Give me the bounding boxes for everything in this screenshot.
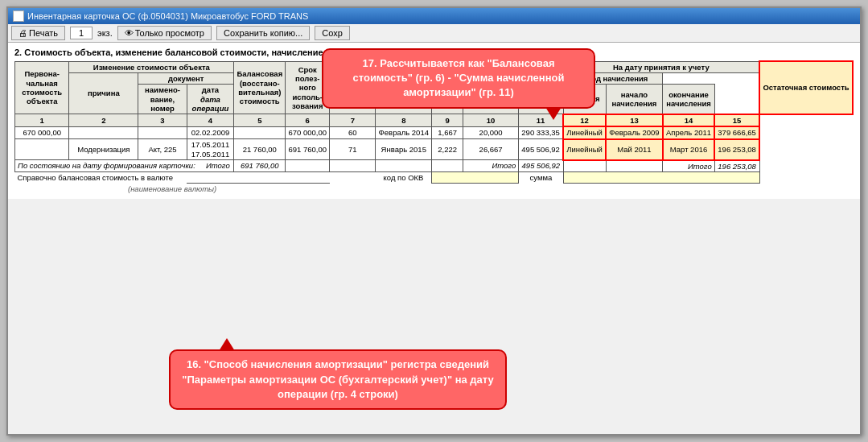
col-num-13: 13 bbox=[606, 114, 663, 126]
sum-label: сумма bbox=[519, 171, 563, 183]
cell-end-date-1: Февраль 2014 bbox=[376, 126, 432, 138]
header-initial-cost: Первона-чальнаястоимостьобъекта bbox=[15, 61, 69, 114]
ref-row: Справочно балансовая стоимость в валюте … bbox=[15, 171, 854, 183]
table-row: Модернизация Акт, 225 17.05.201117.05.20… bbox=[15, 139, 854, 160]
window-title: Инвентарная карточка ОС (ф.0504031) Микр… bbox=[27, 11, 308, 21]
header-change-group: Изменение стоимости объекта bbox=[69, 61, 234, 72]
cell-initial-cost-2 bbox=[15, 139, 69, 160]
ref-label: Справочно балансовая стоимость в валюте bbox=[15, 171, 187, 183]
cell-life-2: 71 bbox=[330, 139, 376, 160]
cell-doc-name-2: Акт, 225 bbox=[138, 139, 187, 160]
toolbar: 🖨 Печать экз. 👁 Только просмотр Сохранит… bbox=[8, 24, 860, 43]
table-row: 670 000,00 02.02.2009 670 000,00 60 Февр… bbox=[15, 126, 854, 138]
header-end: окончаниеначисления bbox=[663, 85, 714, 114]
ref-spacer bbox=[330, 171, 376, 183]
print-icon: 🖨 bbox=[19, 28, 27, 38]
titlebar: Инвентарная карточка ОС (ф.0504031) Микр… bbox=[8, 8, 860, 24]
cell-reason-2: Модернизация bbox=[69, 139, 138, 160]
col-num-7: 7 bbox=[330, 114, 376, 126]
cell-start-1: Февраль 2009 bbox=[606, 126, 663, 138]
total-sum3: 196 253,08 bbox=[714, 160, 759, 172]
save-copy-button[interactable]: Сохранить копию... bbox=[216, 26, 310, 40]
total-empty5 bbox=[563, 160, 606, 172]
sum-field[interactable] bbox=[563, 171, 759, 183]
col-num-6: 6 bbox=[286, 114, 330, 126]
okv-field[interactable] bbox=[432, 171, 519, 183]
col-num-4: 4 bbox=[187, 114, 233, 126]
cell-amort-sum-2: 495 506,92 bbox=[519, 139, 563, 160]
cell-balance-2: 691 760,00 bbox=[286, 139, 330, 160]
tooltip-bottom: 16. "Способ начисления амортизации" реги… bbox=[169, 349, 507, 410]
cell-balance-1: 670 000,00 bbox=[286, 126, 330, 138]
col-num-10: 10 bbox=[463, 114, 519, 126]
tooltip-top: 17. Рассчитывается как "Балансовая стоим… bbox=[322, 48, 595, 109]
total-sum2: 495 506,92 bbox=[519, 160, 563, 172]
col-num-3: 3 bbox=[138, 114, 187, 126]
cell-doc-name-1 bbox=[138, 126, 187, 138]
col-num-1: 1 bbox=[15, 114, 69, 126]
total-sum1: 691 760,00 bbox=[234, 160, 286, 172]
header-reason: причина bbox=[69, 72, 138, 114]
hint-spacer bbox=[330, 183, 759, 194]
col-num-14: 14 bbox=[663, 114, 714, 126]
main-window: Инвентарная карточка ОС (ф.0504031) Микр… bbox=[6, 6, 862, 436]
header-balance-cost: Балансовая(восстано-вительная)стоимость bbox=[234, 61, 286, 114]
total-empty1 bbox=[286, 160, 330, 172]
app-icon bbox=[13, 10, 24, 22]
cell-end-2: Март 2016 bbox=[663, 139, 714, 160]
pages-label: экз. bbox=[97, 28, 113, 38]
cell-residual-1: 379 666,65 bbox=[714, 126, 759, 138]
cell-yearly-1: 20,000 bbox=[463, 126, 519, 138]
cell-monthly-2: 2,222 bbox=[432, 139, 463, 160]
tooltip-top-text: 17. Рассчитывается как "Балансовая стоим… bbox=[353, 57, 565, 98]
col-num-8: 8 bbox=[376, 114, 432, 126]
col-num-12: 12 bbox=[563, 114, 606, 126]
header-doc-name: наимено-вание,номер bbox=[138, 85, 187, 114]
eye-icon: 👁 bbox=[125, 28, 134, 38]
cell-start-2: Май 2011 bbox=[606, 139, 663, 160]
total-empty6 bbox=[606, 160, 663, 172]
total-empty3 bbox=[376, 160, 432, 172]
cell-sum-2: 21 760,00 bbox=[234, 139, 286, 160]
col-num-2: 2 bbox=[69, 114, 138, 126]
view-only-button[interactable]: 👁 Только просмотр bbox=[117, 26, 212, 40]
cell-residual-2: 196 253,08 bbox=[714, 139, 759, 160]
cell-name-1: Линейный bbox=[563, 126, 606, 138]
cell-life-1: 60 bbox=[330, 126, 376, 138]
cell-name-2: Линейный bbox=[563, 139, 606, 160]
col-num-5: 5 bbox=[234, 114, 286, 126]
cell-end-1: Апрель 2011 bbox=[663, 126, 714, 138]
total-row: По состоянию на дату формирования карточ… bbox=[15, 160, 854, 172]
cell-doc-date-2: 17.05.201117.05.2011 bbox=[187, 139, 233, 160]
header-doc-date: датадатаоперации bbox=[187, 85, 233, 114]
print-button[interactable]: 🖨 Печать bbox=[11, 26, 65, 40]
cell-sum-1 bbox=[234, 126, 286, 138]
save-button[interactable]: Сохр bbox=[315, 26, 350, 40]
col-num-15: 15 bbox=[714, 114, 759, 126]
cell-initial-cost-1: 670 000,00 bbox=[15, 126, 69, 138]
tooltip-bottom-text: 16. "Способ начисления амортизации" реги… bbox=[182, 358, 494, 399]
currency-hint-row: (наименование валюты) bbox=[15, 183, 854, 194]
total-empty2 bbox=[330, 160, 376, 172]
currency-name-field bbox=[187, 171, 329, 183]
page-number-input[interactable] bbox=[70, 27, 93, 39]
total-empty4 bbox=[432, 160, 463, 172]
total-itogo2: Итого bbox=[463, 160, 519, 172]
okv-label: код по ОКВ bbox=[376, 171, 432, 183]
header-residual-cost: Остаточная стоимость bbox=[759, 61, 853, 114]
cell-reason-1 bbox=[69, 126, 138, 138]
col-num-9: 9 bbox=[432, 114, 463, 126]
header-document: документ bbox=[138, 72, 234, 84]
cell-end-date-2: Январь 2015 bbox=[376, 139, 432, 160]
cell-doc-date-1: 02.02.2009 bbox=[187, 126, 233, 138]
cell-amort-sum-1: 290 333,35 bbox=[519, 126, 563, 138]
header-start: началоначисления bbox=[606, 85, 663, 114]
currency-hint: (наименование валюты) bbox=[15, 183, 330, 194]
cell-monthly-1: 1,667 bbox=[432, 126, 463, 138]
total-label: По состоянию на дату формирования карточ… bbox=[15, 160, 234, 172]
total-itogo3: Итого bbox=[663, 160, 714, 172]
cell-yearly-2: 26,667 bbox=[463, 139, 519, 160]
